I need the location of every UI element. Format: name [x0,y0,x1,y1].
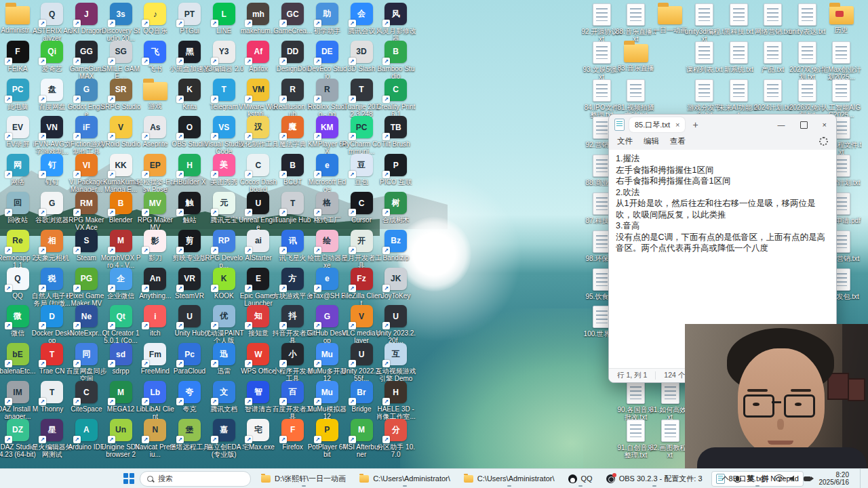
desktop-icon[interactable]: V↗VLC media player [344,305,378,344]
notepad-tab[interactable]: 85.口琴.txt × [629,117,685,132]
desktop-icon[interactable]: JK↗JoyToKey [379,268,413,300]
desktop-icon[interactable]: C↗Cursor [344,192,378,224]
desktop-icon[interactable]: KM↗KMPlayer 64X [310,116,344,155]
desktop-icon[interactable]: DE↗DevEco Studio [310,41,344,80]
desktop-icon[interactable]: 游戏 [138,79,172,110]
desktop-icon[interactable]: K↗Krita [173,79,207,110]
desktop-icon[interactable]: Re↗Remocapp 2.1.1 [1,230,35,269]
close-button[interactable]: × [823,121,827,129]
desktop-icon[interactable]: 企↗企业微信 [104,268,138,300]
desktop-icon[interactable]: R↗Reallusion Hub [276,79,310,118]
desktop-icon[interactable]: H↗HBuilder X [173,154,207,186]
desktop-icon[interactable]: VM↗VMware Workstati... [241,79,275,118]
desktop-icon[interactable]: 2024计划.txt [756,79,790,111]
minimize-button[interactable]: — [778,121,785,129]
desktop-icon[interactable]: 星↗星火编辑器外网测试 [35,419,69,458]
desktop-icon[interactable]: KK↗KumaKuma Manga E... [104,154,138,193]
desktop-icon[interactable]: 分↗分区助手 10.7.0 [379,419,413,458]
desktop-icon[interactable]: unity表达.txt [790,3,824,35]
desktop-icon[interactable]: VR↗SteamVR [173,268,207,300]
desktop-icon[interactable]: G↗Godot Engine [69,79,103,118]
taskbar-item-folder[interactable]: C:\Users\Administrator\ [355,471,455,487]
desktop-icon[interactable]: bE↗balenaEtc... [1,343,35,375]
desktop-icon[interactable]: EV↗EV录屏 [1,116,35,148]
desktop-icon[interactable]: An↗Anything... [138,268,172,300]
desktop-icon[interactable]: 优↗优动漫PAINT 个人版 [207,305,241,344]
desktop-icon[interactable]: 宅↗宅Max.exe [241,419,275,451]
desktop-icon[interactable]: Administr... [1,3,35,34]
desktop-icon[interactable]: 游戏分发平台.txt [688,79,722,119]
desktop-icon[interactable]: mh↗makehum... [241,3,275,35]
desktop-icon[interactable]: 一日一动画 [653,3,687,34]
desktop-icon[interactable]: IM↗DAZ Install Manager... [1,381,35,420]
desktop-icon[interactable]: Qt↗Qt Creator 15.0.1 (Co... [104,305,138,344]
desktop-icon[interactable]: 93.文娱5强.txt [585,41,618,81]
desktop-icon[interactable]: 嘉↗嘉立创EDA(专业版) [207,419,241,458]
desktop-icon[interactable]: 方↗方块游戏平台 [276,268,310,300]
chevron-up-icon[interactable] [722,476,728,483]
desktop-icon[interactable]: 树↗合成树木 [379,192,413,224]
desktop-icon[interactable]: G↗GitHub Desktop [310,305,344,344]
desktop-icon[interactable]: 网↗网络 [1,154,35,186]
desktop-icon[interactable]: VI↗VI Package Manager... [69,154,103,193]
menu-edit[interactable]: 编辑 [644,136,659,146]
desktop-icon[interactable]: GG↗GameGuru MAX [69,41,103,80]
desktop-icon[interactable]: PT↗PTGui [173,3,207,35]
desktop-icon[interactable]: B↗Blender [104,192,138,224]
desktop-icon[interactable]: DZ↗DAZ Studio 4.23 (64-bit) [1,419,35,458]
desktop-icon[interactable]: Ne↗NoteExpr... [69,305,103,337]
desktop-icon[interactable]: 小↗小程序开发者工具 [276,343,310,382]
desktop-icon[interactable]: Un↗Unigine SDK browser 2 [104,419,138,458]
desktop-icon[interactable]: VN↗iFVN-AVG文字游戏制... [35,116,69,155]
desktop-icon[interactable]: 84.IPO文件整理.txt [585,79,618,119]
desktop-icon[interactable]: P↗PICO 互联 [379,154,413,186]
wifi-icon[interactable] [778,480,781,482]
desktop-icon[interactable]: 迅↗迅雷 [207,343,241,375]
desktop-icon[interactable]: F↗Firefox [276,419,310,451]
desktop-icon[interactable]: A↗Arduino IDE [69,419,103,451]
desktop-icon[interactable]: Fz↗FileZilla Client [344,268,378,307]
ime-pinyin-indicator[interactable]: 拼 [762,474,769,484]
desktop-icon[interactable]: K↗KOOK [207,268,241,300]
settings-gear-icon[interactable] [819,137,828,146]
desktop-icon[interactable]: 智↗智谱清言 [241,381,275,413]
desktop-icon[interactable]: U↗Unreal Engine [241,192,275,231]
desktop-icon[interactable]: SR↗SRPG Studio [104,79,138,110]
desktop-icon[interactable]: Mu↗MuMu模拟器12 [310,381,344,420]
desktop-icon[interactable]: SG↗SMILE GAME ... [104,41,138,80]
desktop-icon[interactable]: T↗Tuanjie Hub [276,192,310,224]
desktop-icon[interactable]: 产品.txt [756,41,790,73]
desktop-icon[interactable]: sd↗sdrpp [104,343,138,375]
desktop-icon[interactable]: RM↗RPG Maker VX Ace [69,192,103,231]
desktop-icon[interactable]: U↗Unity Hub [173,305,207,337]
desktop-icon[interactable]: F↗FEIKA [1,41,35,73]
desktop-icon[interactable]: 美↗美图秀秀 [207,154,241,186]
camera-icon[interactable] [804,476,811,481]
desktop-icon[interactable]: C↗CiteSpace [69,381,103,413]
menu-view[interactable]: 查看 [670,136,686,146]
desktop-icon[interactable]: 风↗风灵月影修改器 [379,3,413,42]
desktop-icon[interactable]: U↗Unity 2023.2.20f... [379,305,413,344]
desktop-icon[interactable]: 2027双免计划.txt [790,41,824,81]
desktop-icon[interactable]: PC↗PyCharm Communi... [344,116,378,155]
desktop-icon[interactable]: J↗JKI Dragon [69,3,103,35]
desktop-icon[interactable]: 魔↗魔法字典 [276,116,310,148]
desktop-icon[interactable]: 元↗腾讯元宝 [207,192,241,224]
desktop-icon[interactable]: 82.画图教程.txt [653,419,687,459]
desktop-icon[interactable]: 黑科技.txt [722,3,755,35]
desktop-icon[interactable]: Br↗Bridge [344,381,378,413]
tab-close-icon[interactable]: × [675,121,679,129]
desktop-icon[interactable]: B↗BCUT [276,154,310,186]
desktop-icon[interactable]: 触↗触站 [173,192,207,224]
desktop-icon[interactable]: T↗Trae CN [35,343,69,375]
desktop-icon[interactable]: 影↗影刀 [138,230,172,262]
desktop-icon[interactable]: 未来AI功能.txt [722,79,755,119]
desktop-icon[interactable]: D↗Docker Desktop [35,305,69,344]
desktop-icon[interactable]: 会↗腾讯会议 [344,3,378,35]
desktop-icon[interactable]: 文↗腾讯文档 [207,381,241,413]
menu-file[interactable]: 文件 [617,136,633,146]
desktop-icon[interactable]: 90.各国音乐批改.txt [619,381,653,421]
desktop-icon[interactable]: e↗Microsoft Edge [310,154,344,193]
volume-icon[interactable] [790,475,797,482]
show-desktop-button[interactable] [860,469,863,488]
